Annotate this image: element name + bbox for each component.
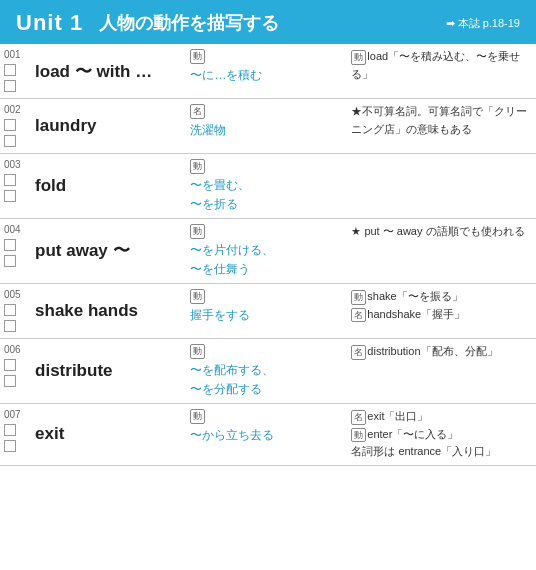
meaning-cell: 名洗濯物 — [186, 99, 347, 154]
checkbox-2[interactable] — [4, 255, 16, 267]
row-number-cell: 004 — [0, 218, 31, 283]
note-line: 名詞形は entrance「入り口」 — [351, 443, 532, 461]
row-number-cell: 001 — [0, 44, 31, 99]
row-number-cell: 006 — [0, 338, 31, 403]
checkbox-2[interactable] — [4, 375, 16, 387]
word-cell: put away 〜 — [31, 218, 186, 283]
meaning-cell: 動握手をする — [186, 283, 347, 338]
meaning-text: 〜を配布する、〜を分配する — [190, 361, 343, 399]
meaning-cell: 動〜を配布する、〜を分配する — [186, 338, 347, 403]
table-row: 003 fold動〜を畳む、〜を折る — [0, 154, 536, 219]
word-cell: fold — [31, 154, 186, 219]
meaning-text: 握手をする — [190, 306, 343, 325]
note-cell: ★不可算名詞。可算名詞で「クリーニング店」の意味もある — [347, 99, 536, 154]
note-line: 動shake「〜を振る」 — [351, 288, 532, 306]
header-title: 人物の動作を描写する — [99, 11, 279, 35]
note-line: 動enter「〜に入る」 — [351, 426, 532, 444]
note-cell: 動shake「〜を振る」名handshake「握手」 — [347, 283, 536, 338]
note-line: 名exit「出口」 — [351, 408, 532, 426]
row-number: 001 — [4, 50, 21, 60]
note-pos-badge: 動 — [351, 50, 366, 65]
table-row: 004 put away 〜動〜を片付ける、〜を仕舞う★ put 〜 away … — [0, 218, 536, 283]
checkbox-1[interactable] — [4, 174, 16, 186]
note-text: 動load「〜を積み込む、〜を乗せる」 — [351, 48, 532, 83]
pos-badge: 動 — [190, 409, 205, 424]
row-number: 002 — [4, 105, 21, 115]
note-text: ★ put 〜 away の語順でも使われる — [351, 223, 532, 241]
row-number: 004 — [4, 225, 21, 235]
row-number: 005 — [4, 290, 21, 300]
checkbox-2[interactable] — [4, 80, 16, 92]
header-ref: 本誌 p.18-19 — [446, 16, 520, 31]
header: Unit 1 人物の動作を描写する 本誌 p.18-19 — [0, 0, 536, 44]
meaning-cell: 動〜を畳む、〜を折る — [186, 154, 347, 219]
checkbox-1[interactable] — [4, 359, 16, 371]
note-pos-badge: 動 — [351, 290, 366, 305]
row-number-cell: 002 — [0, 99, 31, 154]
row-number: 006 — [4, 345, 21, 355]
note-cell — [347, 154, 536, 219]
note-pos-badge: 名 — [351, 410, 366, 425]
row-number-cell: 003 — [0, 154, 31, 219]
row-number-cell: 007 — [0, 403, 31, 465]
checkbox-1[interactable] — [4, 424, 16, 436]
note-text: ★不可算名詞。可算名詞で「クリーニング店」の意味もある — [351, 103, 532, 138]
word-cell: exit — [31, 403, 186, 465]
checkbox-2[interactable] — [4, 190, 16, 202]
note-pos-badge: 名 — [351, 308, 366, 323]
word-cell: load 〜 with … — [31, 44, 186, 99]
pos-badge: 動 — [190, 289, 205, 304]
checkbox-2[interactable] — [4, 135, 16, 147]
note-line: 名handshake「握手」 — [351, 306, 532, 324]
pos-badge: 動 — [190, 224, 205, 239]
meaning-text: 〜を畳む、〜を折る — [190, 176, 343, 214]
meaning-cell: 動〜に…を積む — [186, 44, 347, 99]
checkbox-1[interactable] — [4, 64, 16, 76]
pos-badge: 名 — [190, 104, 205, 119]
checkbox-2[interactable] — [4, 320, 16, 332]
note-cell: 名exit「出口」動enter「〜に入る」名詞形は entrance「入り口」 — [347, 403, 536, 465]
checkbox-1[interactable] — [4, 119, 16, 131]
checkbox-1[interactable] — [4, 304, 16, 316]
note-text: 名distribution「配布、分配」 — [351, 343, 532, 361]
row-number-cell: 005 — [0, 283, 31, 338]
header-unit: Unit 1 — [16, 10, 83, 36]
vocabulary-table: 001 load 〜 with …動〜に…を積む動load「〜を積み込む、〜を乗… — [0, 44, 536, 466]
meaning-text: 〜から立ち去る — [190, 426, 343, 445]
note-pos-badge: 名 — [351, 345, 366, 360]
word-cell: laundry — [31, 99, 186, 154]
note-cell: 名distribution「配布、分配」 — [347, 338, 536, 403]
meaning-cell: 動〜から立ち去る — [186, 403, 347, 465]
row-number: 003 — [4, 160, 21, 170]
word-cell: shake hands — [31, 283, 186, 338]
meaning-text: 洗濯物 — [190, 121, 343, 140]
pos-badge: 動 — [190, 159, 205, 174]
note-cell: 動load「〜を積み込む、〜を乗せる」 — [347, 44, 536, 99]
table-row: 001 load 〜 with …動〜に…を積む動load「〜を積み込む、〜を乗… — [0, 44, 536, 99]
meaning-cell: 動〜を片付ける、〜を仕舞う — [186, 218, 347, 283]
pos-badge: 動 — [190, 344, 205, 359]
note-cell: ★ put 〜 away の語順でも使われる — [347, 218, 536, 283]
table-row: 002 laundry名洗濯物★不可算名詞。可算名詞で「クリーニング店」の意味も… — [0, 99, 536, 154]
note-pos-badge: 動 — [351, 428, 366, 443]
row-number: 007 — [4, 410, 21, 420]
table-row: 006 distribute動〜を配布する、〜を分配する名distributio… — [0, 338, 536, 403]
checkbox-1[interactable] — [4, 239, 16, 251]
pos-badge: 動 — [190, 49, 205, 64]
meaning-text: 〜に…を積む — [190, 66, 343, 85]
checkbox-2[interactable] — [4, 440, 16, 452]
word-cell: distribute — [31, 338, 186, 403]
meaning-text: 〜を片付ける、〜を仕舞う — [190, 241, 343, 279]
table-row: 005 shake hands動握手をする動shake「〜を振る」名handsh… — [0, 283, 536, 338]
table-row: 007 exit動〜から立ち去る名exit「出口」動enter「〜に入る」名詞形… — [0, 403, 536, 465]
